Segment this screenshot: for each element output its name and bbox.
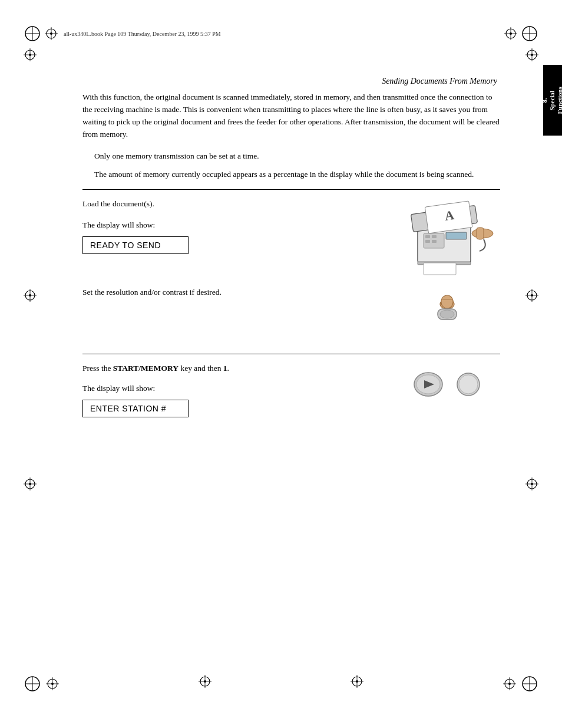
- main-content: With this function, the original documen…: [82, 91, 500, 423]
- finger-press-illustration: [394, 286, 500, 345]
- bottom-marks-row: [0, 675, 562, 693]
- svg-point-40: [440, 310, 454, 318]
- svg-point-21: [531, 54, 533, 56]
- step2-instruction: Set the resolution and/or contrast if de…: [82, 286, 382, 299]
- step2-section: Set the resolution and/or contrast if de…: [82, 286, 500, 345]
- start-memory-button-svg: [412, 368, 445, 401]
- svg-rect-31: [446, 232, 467, 239]
- mid-left-mark: [24, 289, 37, 304]
- svg-point-68: [51, 683, 54, 685]
- note1: Only one memory transmission can be set …: [94, 150, 500, 163]
- svg-point-72: [204, 680, 206, 683]
- crosshair-tr: [504, 27, 517, 40]
- chapter-tab-label: 8. SpecialFunctions: [541, 87, 562, 114]
- mid-right-mark2: [525, 477, 538, 493]
- svg-point-53: [531, 294, 533, 297]
- top-left-crosshair-row: [24, 48, 37, 61]
- step3-bold-key: START/MEMORY: [113, 364, 178, 373]
- svg-rect-27: [425, 235, 430, 238]
- step3-instruction: Press the START/MEMORY key and then 1.: [82, 363, 382, 375]
- button-illustrations: [394, 368, 500, 401]
- top-registration-row: all-ux340L.book Page 109 Thursday, Decem…: [24, 25, 538, 42]
- svg-point-80: [508, 683, 511, 685]
- svg-rect-28: [432, 235, 437, 238]
- step3-text-area: Press the START/MEMORY key and then 1. T…: [82, 363, 382, 418]
- display-box-ready: READY TO SEND: [82, 236, 189, 254]
- top-right-marks: [504, 25, 538, 42]
- divider-2: [82, 354, 500, 354]
- svg-rect-35: [477, 228, 484, 239]
- chapter-tab: 8. SpecialFunctions: [543, 65, 562, 136]
- top-right-crosshair-row: [525, 48, 538, 61]
- svg-point-45: [459, 375, 478, 394]
- display-box-station: ENTER STATION #: [82, 400, 189, 417]
- svg-rect-33: [424, 263, 456, 275]
- svg-point-49: [29, 294, 31, 297]
- svg-point-6: [50, 32, 52, 35]
- step3-bold-number: 1: [223, 364, 227, 373]
- step1-section: Load the document(s). The display will s…: [82, 198, 500, 281]
- svg-point-17: [29, 54, 31, 56]
- crosshair-tl: [45, 27, 58, 40]
- page-title: Sending Documents From Memory: [382, 77, 497, 86]
- bottom-left-marks: [24, 675, 59, 693]
- crosshair-bl: [46, 677, 59, 690]
- step2-text-area: Set the resolution and/or contrast if de…: [82, 286, 382, 299]
- circle-mark-tl: [24, 25, 41, 42]
- circle-mark-tr: [521, 25, 538, 42]
- mid-left-mark2: [24, 477, 37, 493]
- crosshair-br: [503, 677, 516, 690]
- number-one-button-svg: [455, 371, 482, 398]
- svg-point-61: [531, 483, 533, 485]
- svg-point-57: [29, 483, 31, 485]
- mid-right-mark: [525, 289, 538, 304]
- crosshair-bc2: [351, 675, 363, 688]
- svg-rect-30: [432, 240, 437, 243]
- fax-machine-illustration: A: [394, 198, 500, 281]
- step1-display-label: The display will show:: [82, 219, 382, 232]
- step3-display-label: The display will show:: [82, 383, 382, 395]
- crosshair-left2: [24, 48, 37, 61]
- svg-point-10: [510, 32, 512, 35]
- intro-paragraph: With this function, the original documen…: [82, 91, 500, 141]
- divider-1: [82, 189, 500, 190]
- top-left-marks: [24, 25, 58, 42]
- step3-section: Press the START/MEMORY key and then 1. T…: [82, 363, 500, 418]
- step1-instruction: Load the document(s).: [82, 198, 382, 210]
- header-file-info: all-ux340L.book Page 109 Thursday, Decem…: [64, 31, 504, 37]
- fax-machine-svg: A: [394, 198, 500, 281]
- crosshair-right2: [525, 48, 538, 61]
- crosshair-bc1: [199, 675, 211, 688]
- circle-mark-bl: [24, 675, 41, 693]
- note2: The amount of memory currently occupied …: [94, 169, 500, 181]
- bottom-right-marks: [503, 675, 538, 693]
- svg-rect-37: [441, 295, 453, 308]
- circle-mark-br: [521, 675, 538, 693]
- svg-point-76: [356, 680, 358, 683]
- svg-rect-29: [425, 240, 430, 243]
- step1-text-area: Load the document(s). The display will s…: [82, 198, 382, 255]
- finger-press-svg: [412, 286, 482, 345]
